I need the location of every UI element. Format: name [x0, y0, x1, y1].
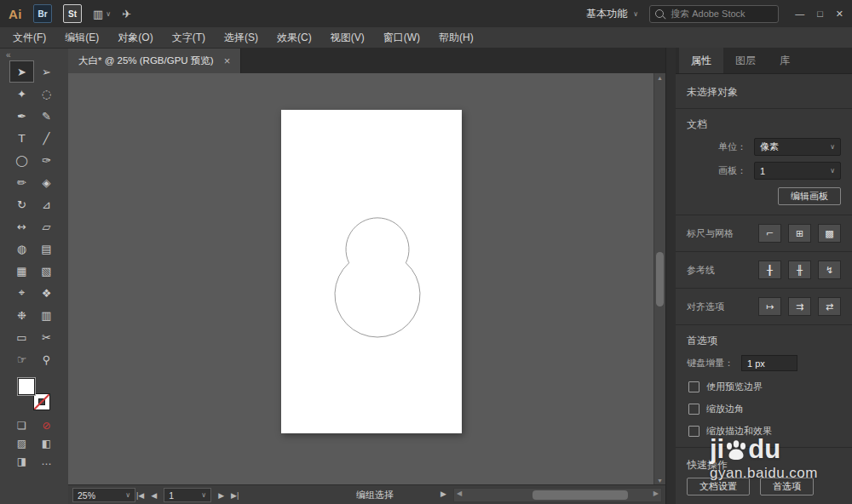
scroll-down-icon[interactable]: ▼ [654, 478, 665, 484]
eraser-tool[interactable]: ◈ [34, 171, 59, 193]
menu-type[interactable]: 文字(T) [163, 31, 215, 45]
pen-tool[interactable]: ✒ [9, 105, 34, 127]
screen-mode-icon[interactable]: ◨ [9, 452, 34, 470]
stock-search-input[interactable] [669, 8, 773, 20]
grid-icon[interactable]: ⊞ [788, 224, 811, 243]
scale-corners-checkbox[interactable]: 缩放边角 [688, 403, 839, 415]
column-graph-tool[interactable]: ▥ [34, 304, 59, 326]
first-artboard-button[interactable]: |◀ [136, 491, 144, 500]
selection-tool[interactable]: ➤ [9, 60, 34, 83]
close-button[interactable]: ✕ [836, 9, 843, 20]
snap-to-point-icon[interactable]: ⇉ [788, 297, 811, 316]
artboard-select[interactable]: 1 ∨ [754, 162, 841, 180]
show-guides-icon[interactable]: ╂ [758, 261, 781, 279]
zoom-tool[interactable]: ⚲ [34, 348, 59, 370]
close-tab-icon[interactable]: × [224, 55, 231, 66]
width-tool[interactable]: ↔ [9, 215, 34, 238]
curvature-tool[interactable]: ✎ [34, 105, 59, 127]
status-menu-arrow-icon[interactable]: ▶ [440, 490, 446, 498]
tab-layers[interactable]: 图层 [723, 48, 768, 73]
document-tab[interactable]: 大白* @ 25% (RGB/GPU 预览) × [68, 49, 241, 73]
menu-view[interactable]: 视图(V) [321, 31, 374, 45]
use-preview-bounds-checkbox[interactable]: 使用预览边界 [688, 381, 839, 393]
next-artboard-button[interactable]: ▶ [218, 491, 224, 500]
stock-icon[interactable]: St [63, 4, 82, 23]
perspective-grid-tool[interactable]: ▤ [34, 238, 59, 260]
menu-file[interactable]: 文件(F) [3, 31, 55, 45]
scale-strokes-effects-checkbox[interactable]: 缩放描边和效果 [688, 425, 839, 438]
none-color-icon[interactable]: ⊘ [34, 416, 59, 434]
scale-tool[interactable]: ⊿ [34, 193, 59, 215]
mesh-tool[interactable]: ▦ [9, 260, 34, 282]
preferences-button[interactable]: 首选项 [760, 478, 814, 495]
zoom-level-select[interactable]: 25% ∨ [72, 488, 135, 502]
transparency-grid-icon[interactable]: ▩ [818, 224, 841, 243]
checkbox-box[interactable] [688, 426, 699, 437]
lasso-tool[interactable]: ◌ [34, 83, 59, 105]
menu-edit[interactable]: 编辑(E) [55, 31, 108, 45]
artboard-number-select[interactable]: 1 ∨ [164, 488, 211, 502]
minimize-button[interactable]: — [795, 9, 804, 20]
maximize-button[interactable]: □ [817, 9, 823, 20]
vertical-scroll-thumb[interactable] [656, 252, 664, 306]
gradient-tool[interactable]: ▧ [34, 260, 59, 282]
symbol-sprayer-tool[interactable]: ❉ [9, 304, 34, 326]
share-icon[interactable]: ✈ [122, 8, 131, 20]
snowman-shape[interactable] [335, 218, 420, 337]
vertical-scrollbar[interactable]: ▲ ▼ [653, 73, 665, 485]
snap-to-grid-icon[interactable]: ↦ [758, 297, 781, 316]
shaper-tool[interactable]: ✏ [9, 171, 34, 193]
document-setup-button[interactable]: 文档设置 [687, 478, 750, 495]
paintbrush-tool[interactable]: ✑ [34, 149, 59, 171]
scroll-left-icon[interactable]: ◀ [457, 490, 462, 497]
tab-properties[interactable]: 属性 [679, 48, 723, 73]
collapse-toolbar-icon[interactable]: « [0, 49, 17, 60]
ruler-icon[interactable]: ⌐ [758, 224, 781, 243]
menu-help[interactable]: 帮助(H) [429, 31, 483, 45]
artboard-tool[interactable]: ▭ [9, 326, 34, 348]
line-segment-tool[interactable]: ╱ [34, 127, 59, 149]
horizontal-scrollbar[interactable]: ◀ ▶ [453, 488, 662, 502]
checkbox-box[interactable] [688, 381, 699, 392]
artboard-label: 画板： [718, 164, 746, 177]
unit-select[interactable]: 像素 ∨ [754, 138, 841, 156]
edit-toolbar-icon[interactable]: … [34, 452, 59, 470]
ellipse-tool[interactable]: ◯ [9, 149, 34, 171]
blend-tool[interactable]: ❖ [34, 282, 59, 304]
bridge-icon[interactable]: Br [33, 4, 52, 23]
fill-swatch[interactable] [18, 378, 35, 395]
scroll-up-icon[interactable]: ▲ [654, 75, 665, 81]
lock-guides-icon[interactable]: ╫ [788, 261, 811, 279]
color-mode-icon[interactable]: ◧ [34, 434, 59, 452]
stroke-swatch[interactable] [33, 393, 50, 410]
workspace-switcher[interactable]: 基本功能 ∨ [586, 7, 638, 21]
edit-artboard-button[interactable]: 编辑画板 [778, 187, 841, 205]
shape-builder-tool[interactable]: ◍ [9, 238, 34, 260]
last-artboard-button[interactable]: ▶| [231, 491, 239, 500]
menu-object[interactable]: 对象(O) [108, 31, 162, 45]
draw-normal-icon[interactable]: ▨ [9, 434, 34, 452]
stock-search-box[interactable] [649, 5, 779, 23]
arrange-documents-button[interactable]: ▥ ∨ [93, 8, 111, 20]
previous-artboard-button[interactable]: ◀ [151, 491, 157, 500]
magic-wand-tool[interactable]: ✦ [9, 83, 34, 105]
snap-to-pixel-icon[interactable]: ⇄ [818, 297, 841, 316]
menu-select[interactable]: 选择(S) [215, 31, 268, 45]
slice-tool[interactable]: ✂ [34, 326, 59, 348]
default-fill-stroke-icon[interactable]: ❏ [9, 416, 34, 434]
hand-tool[interactable]: ☞ [9, 348, 34, 370]
smart-guides-icon[interactable]: ↯ [818, 261, 841, 279]
horizontal-scroll-thumb[interactable] [532, 490, 628, 500]
eyedropper-tool[interactable]: ⌖ [9, 282, 34, 304]
direct-selection-tool[interactable]: ➢ [34, 60, 59, 83]
rotate-tool[interactable]: ↻ [9, 193, 34, 215]
canvas[interactable]: ▲ ▼ [68, 73, 665, 485]
free-transform-tool[interactable]: ▱ [34, 215, 59, 238]
menu-effect[interactable]: 效果(C) [268, 31, 321, 45]
tab-libraries[interactable]: 库 [768, 48, 802, 73]
scroll-right-icon[interactable]: ▶ [653, 490, 659, 497]
menu-window[interactable]: 窗口(W) [374, 31, 429, 45]
checkbox-box[interactable] [688, 404, 699, 415]
keyboard-increment-field[interactable]: 1 px [741, 355, 797, 371]
type-tool[interactable]: T [9, 127, 34, 149]
